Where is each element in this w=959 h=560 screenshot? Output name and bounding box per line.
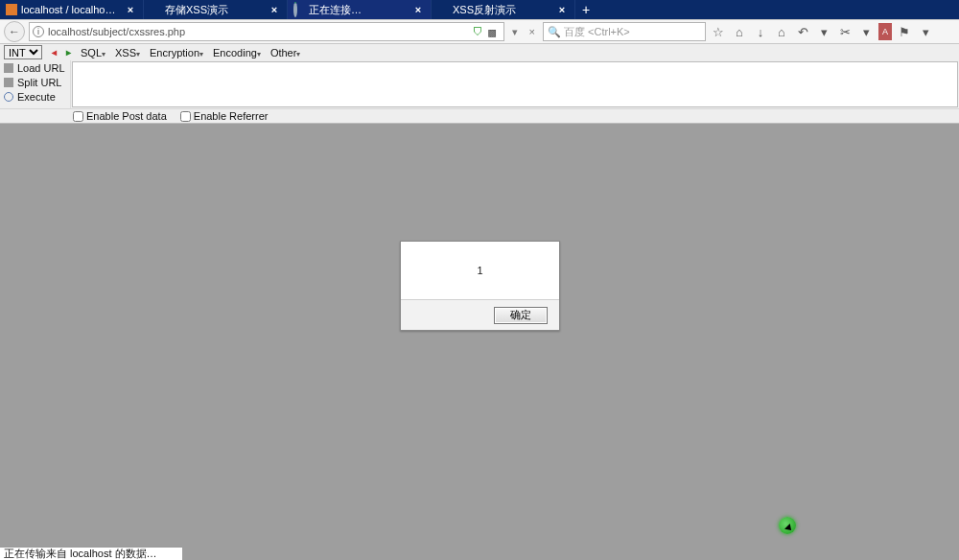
tab-3[interactable]: XSS反射演示 × — [432, 0, 575, 19]
new-tab-button[interactable]: + — [575, 0, 596, 19]
tab-label: XSS反射演示 — [453, 3, 551, 17]
menu-encryption[interactable]: Encryption▾ — [150, 47, 203, 58]
hackbar-side: Load URL Split URL Execute — [0, 60, 71, 108]
favicon-icon — [6, 4, 17, 15]
back-button[interactable]: ← — [4, 21, 25, 42]
hamburger-menu-icon[interactable] — [938, 25, 955, 38]
hackbar-checks: Enable Post data Enable Referrer — [0, 108, 959, 123]
type-select[interactable]: INT — [4, 45, 42, 59]
load-url-button[interactable]: Load URL — [0, 60, 70, 75]
hackbar-textarea[interactable] — [72, 61, 958, 107]
search-icon: 🔍 — [548, 26, 561, 38]
menu-sql[interactable]: SQL▾ — [81, 47, 105, 58]
tab-label: 存储XSS演示 — [165, 3, 264, 17]
menu-encoding[interactable]: Encoding▾ — [213, 47, 261, 58]
close-icon[interactable]: × — [411, 4, 425, 15]
qr-icon[interactable]: ▩ — [483, 23, 501, 40]
split-url-button[interactable]: Split URL — [0, 75, 70, 89]
downloads-icon[interactable]: ↓ — [752, 23, 769, 40]
status-bar: 正在传输来自 localhost 的数据… — [0, 547, 182, 560]
menu-other[interactable]: Other▾ — [270, 47, 301, 58]
loading-icon — [293, 4, 305, 15]
tab-1[interactable]: 存储XSS演示 × — [144, 0, 288, 19]
search-placeholder: 百度 <Ctrl+K> — [564, 25, 630, 39]
enable-post-checkbox[interactable]: Enable Post data — [73, 110, 167, 122]
home-icon[interactable]: ⌂ — [773, 23, 790, 40]
url-dropdown-icon[interactable]: ▾ — [508, 26, 522, 38]
tab-0[interactable]: localhost / localhost /… × — [0, 0, 144, 19]
next-icon[interactable]: ▸ — [66, 47, 71, 58]
undo-icon[interactable]: ↶ — [794, 23, 811, 40]
dropdown-icon[interactable]: ▾ — [917, 23, 934, 40]
tab-label: 正在连接… — [309, 3, 408, 17]
cursor-icon — [779, 517, 796, 534]
url-box[interactable]: i localhost/subject/cxssres.php ⛉ ▩ — [29, 22, 504, 41]
menu-xss[interactable]: XSS▾ — [115, 47, 140, 58]
split-icon — [4, 78, 13, 87]
execute-button[interactable]: Execute — [0, 89, 70, 104]
pocket-icon[interactable]: ⌂ — [731, 23, 748, 40]
tab-label: localhost / localhost /… — [21, 4, 120, 15]
favicon-icon — [150, 4, 161, 15]
back-arrow-icon: ← — [9, 25, 20, 38]
ok-button[interactable]: 确定 — [494, 307, 548, 324]
close-icon[interactable]: × — [124, 4, 137, 15]
enable-referrer-checkbox[interactable]: Enable Referrer — [180, 110, 269, 122]
char-icon[interactable]: A — [878, 23, 892, 40]
cut-icon[interactable]: ✂ — [836, 23, 854, 40]
prev-icon[interactable]: ◂ — [52, 47, 57, 58]
close-icon[interactable]: × — [555, 4, 569, 15]
tracking-shield-icon[interactable]: ⛉ — [473, 26, 483, 37]
dropdown-icon[interactable]: ▾ — [815, 23, 832, 40]
tab-strip: localhost / localhost /… × 存储XSS演示 × 正在连… — [0, 0, 959, 19]
favicon-icon — [437, 4, 449, 15]
execute-icon — [4, 92, 13, 102]
load-icon — [4, 63, 13, 73]
bookmark-star-icon[interactable]: ☆ — [710, 23, 727, 40]
url-text[interactable]: localhost/subject/cxssres.php — [44, 26, 473, 37]
stop-icon[interactable]: × — [526, 26, 539, 37]
dropdown-icon[interactable]: ▾ — [857, 23, 875, 40]
flag-icon[interactable]: ⚑ — [896, 23, 913, 40]
alert-message: 1 — [401, 242, 559, 299]
hackbar-menu: INT ◂ ▸ SQL▾ XSS▾ Encryption▾ Encoding▾ … — [0, 44, 959, 60]
search-input[interactable]: 🔍 百度 <Ctrl+K> — [543, 22, 706, 41]
close-icon[interactable]: × — [268, 4, 281, 15]
tab-2[interactable]: 正在连接… × — [288, 0, 432, 19]
hackbar: INT ◂ ▸ SQL▾ XSS▾ Encryption▾ Encoding▾ … — [0, 44, 959, 124]
nav-bar: ← i localhost/subject/cxssres.php ⛉ ▩ ▾ … — [0, 19, 959, 44]
alert-dialog: 1 确定 — [400, 241, 560, 331]
site-info-icon[interactable]: i — [33, 26, 44, 37]
